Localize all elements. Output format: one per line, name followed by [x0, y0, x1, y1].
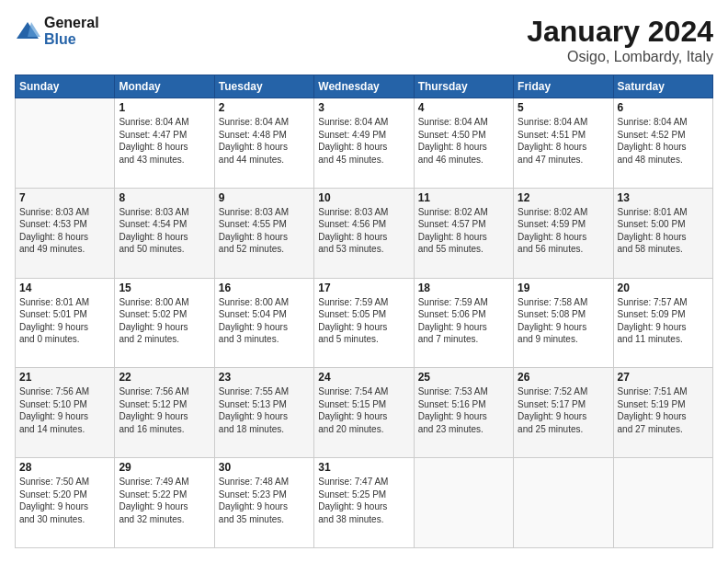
day-info: Sunrise: 7:58 AMSunset: 5:08 PMDaylight:… — [518, 296, 609, 346]
day-info: Sunrise: 8:04 AMSunset: 4:48 PMDaylight:… — [219, 116, 310, 166]
col-header-tuesday: Tuesday — [214, 75, 313, 98]
day-info: Sunrise: 8:03 AMSunset: 4:55 PMDaylight:… — [219, 206, 310, 256]
calendar-cell: 5Sunrise: 8:04 AMSunset: 4:51 PMDaylight… — [514, 98, 613, 189]
calendar-header-row: SundayMondayTuesdayWednesdayThursdayFrid… — [16, 75, 713, 98]
calendar-cell: 4Sunrise: 8:04 AMSunset: 4:50 PMDaylight… — [414, 98, 513, 189]
day-number: 27 — [618, 371, 709, 384]
day-info: Sunrise: 7:59 AMSunset: 5:06 PMDaylight:… — [418, 296, 509, 346]
calendar-cell — [16, 98, 115, 189]
title-block: January 2024 Osigo, Lombardy, Italy — [527, 15, 713, 65]
day-info: Sunrise: 8:02 AMSunset: 4:59 PMDaylight:… — [518, 206, 609, 256]
page: General Blue January 2024 Osigo, Lombard… — [0, 0, 728, 563]
day-info: Sunrise: 7:57 AMSunset: 5:09 PMDaylight:… — [618, 296, 709, 346]
day-number: 19 — [518, 282, 609, 294]
calendar-cell: 20Sunrise: 7:57 AMSunset: 5:09 PMDayligh… — [613, 278, 712, 368]
day-number: 18 — [418, 282, 509, 294]
calendar-cell: 6Sunrise: 8:04 AMSunset: 4:52 PMDaylight… — [613, 98, 712, 189]
calendar-week-row: 7Sunrise: 8:03 AMSunset: 4:53 PMDaylight… — [16, 188, 713, 278]
day-number: 22 — [119, 371, 210, 384]
day-number: 13 — [618, 191, 709, 204]
day-number: 14 — [19, 282, 110, 294]
day-info: Sunrise: 8:03 AMSunset: 4:54 PMDaylight:… — [119, 206, 210, 256]
calendar-cell: 9Sunrise: 8:03 AMSunset: 4:55 PMDaylight… — [214, 188, 313, 278]
sub-title: Osigo, Lombardy, Italy — [527, 49, 713, 65]
calendar-cell: 24Sunrise: 7:54 AMSunset: 5:15 PMDayligh… — [314, 368, 414, 458]
col-header-sunday: Sunday — [16, 75, 115, 98]
calendar-cell: 21Sunrise: 7:56 AMSunset: 5:10 PMDayligh… — [16, 368, 115, 458]
svg-marker-1 — [28, 22, 40, 37]
day-number: 17 — [318, 282, 409, 294]
calendar-week-row: 28Sunrise: 7:50 AMSunset: 5:20 PMDayligh… — [16, 458, 713, 548]
calendar-cell: 13Sunrise: 8:01 AMSunset: 5:00 PMDayligh… — [613, 188, 712, 278]
calendar-cell: 12Sunrise: 8:02 AMSunset: 4:59 PMDayligh… — [514, 188, 613, 278]
calendar-cell: 29Sunrise: 7:49 AMSunset: 5:22 PMDayligh… — [115, 458, 214, 548]
day-number: 3 — [318, 101, 409, 114]
day-number: 4 — [418, 101, 509, 114]
day-number: 7 — [19, 191, 110, 204]
day-info: Sunrise: 7:49 AMSunset: 5:22 PMDaylight:… — [119, 476, 210, 525]
col-header-wednesday: Wednesday — [314, 75, 414, 98]
calendar-cell: 25Sunrise: 7:53 AMSunset: 5:16 PMDayligh… — [414, 368, 513, 458]
day-number: 24 — [318, 371, 409, 384]
day-info: Sunrise: 8:04 AMSunset: 4:47 PMDaylight:… — [119, 116, 210, 166]
day-number: 8 — [119, 191, 210, 204]
col-header-monday: Monday — [115, 75, 214, 98]
calendar-cell: 17Sunrise: 7:59 AMSunset: 5:05 PMDayligh… — [314, 278, 414, 368]
day-info: Sunrise: 8:04 AMSunset: 4:51 PMDaylight:… — [518, 116, 609, 166]
day-number: 30 — [219, 461, 310, 474]
calendar-cell: 15Sunrise: 8:00 AMSunset: 5:02 PMDayligh… — [115, 278, 214, 368]
day-info: Sunrise: 7:52 AMSunset: 5:17 PMDaylight:… — [518, 385, 609, 435]
day-info: Sunrise: 8:01 AMSunset: 5:01 PMDaylight:… — [19, 296, 110, 346]
calendar-table: SundayMondayTuesdayWednesdayThursdayFrid… — [15, 75, 713, 548]
calendar-cell: 22Sunrise: 7:56 AMSunset: 5:12 PMDayligh… — [115, 368, 214, 458]
day-number: 23 — [219, 371, 310, 384]
calendar-week-row: 1Sunrise: 8:04 AMSunset: 4:47 PMDaylight… — [16, 98, 713, 189]
calendar-cell: 8Sunrise: 8:03 AMSunset: 4:54 PMDaylight… — [115, 188, 214, 278]
calendar-week-row: 21Sunrise: 7:56 AMSunset: 5:10 PMDayligh… — [16, 368, 713, 458]
day-info: Sunrise: 7:56 AMSunset: 5:12 PMDaylight:… — [119, 385, 210, 435]
header: General Blue January 2024 Osigo, Lombard… — [15, 15, 713, 65]
day-info: Sunrise: 7:50 AMSunset: 5:20 PMDaylight:… — [19, 476, 110, 525]
day-number: 5 — [518, 101, 609, 114]
calendar-cell: 3Sunrise: 8:04 AMSunset: 4:49 PMDaylight… — [314, 98, 414, 189]
calendar-cell: 1Sunrise: 8:04 AMSunset: 4:47 PMDaylight… — [115, 98, 214, 189]
day-number: 16 — [219, 282, 310, 294]
day-info: Sunrise: 8:03 AMSunset: 4:56 PMDaylight:… — [318, 206, 409, 256]
calendar-cell: 26Sunrise: 7:52 AMSunset: 5:17 PMDayligh… — [514, 368, 613, 458]
day-number: 2 — [219, 101, 310, 114]
day-number: 28 — [19, 461, 110, 474]
calendar-cell: 30Sunrise: 7:48 AMSunset: 5:23 PMDayligh… — [214, 458, 313, 548]
main-title: January 2024 — [527, 15, 713, 49]
day-info: Sunrise: 7:56 AMSunset: 5:10 PMDaylight:… — [19, 385, 110, 435]
logo-icon — [15, 20, 40, 42]
day-info: Sunrise: 8:00 AMSunset: 5:04 PMDaylight:… — [219, 296, 310, 346]
calendar-cell: 16Sunrise: 8:00 AMSunset: 5:04 PMDayligh… — [214, 278, 313, 368]
day-info: Sunrise: 7:55 AMSunset: 5:13 PMDaylight:… — [219, 385, 310, 435]
day-info: Sunrise: 7:53 AMSunset: 5:16 PMDaylight:… — [418, 385, 509, 435]
calendar-cell: 10Sunrise: 8:03 AMSunset: 4:56 PMDayligh… — [314, 188, 414, 278]
day-number: 26 — [518, 371, 609, 384]
calendar-cell: 31Sunrise: 7:47 AMSunset: 5:25 PMDayligh… — [314, 458, 414, 548]
day-info: Sunrise: 7:54 AMSunset: 5:15 PMDaylight:… — [318, 385, 409, 435]
calendar-cell: 2Sunrise: 8:04 AMSunset: 4:48 PMDaylight… — [214, 98, 313, 189]
calendar-cell — [613, 458, 712, 548]
day-info: Sunrise: 8:01 AMSunset: 5:00 PMDaylight:… — [618, 206, 709, 256]
calendar-cell: 23Sunrise: 7:55 AMSunset: 5:13 PMDayligh… — [214, 368, 313, 458]
day-number: 25 — [418, 371, 509, 384]
calendar-cell: 7Sunrise: 8:03 AMSunset: 4:53 PMDaylight… — [16, 188, 115, 278]
day-info: Sunrise: 8:03 AMSunset: 4:53 PMDaylight:… — [19, 206, 110, 256]
day-number: 6 — [618, 101, 709, 114]
col-header-saturday: Saturday — [613, 75, 712, 98]
calendar-cell: 18Sunrise: 7:59 AMSunset: 5:06 PMDayligh… — [414, 278, 513, 368]
calendar-cell — [514, 458, 613, 548]
day-number: 20 — [618, 282, 709, 294]
day-number: 11 — [418, 191, 509, 204]
col-header-friday: Friday — [514, 75, 613, 98]
day-info: Sunrise: 8:02 AMSunset: 4:57 PMDaylight:… — [418, 206, 509, 256]
calendar-cell: 28Sunrise: 7:50 AMSunset: 5:20 PMDayligh… — [16, 458, 115, 548]
day-number: 1 — [119, 101, 210, 114]
day-info: Sunrise: 7:51 AMSunset: 5:19 PMDaylight:… — [618, 385, 709, 435]
logo-blue: Blue — [44, 31, 99, 48]
day-info: Sunrise: 7:47 AMSunset: 5:25 PMDaylight:… — [318, 476, 409, 525]
day-info: Sunrise: 7:59 AMSunset: 5:05 PMDaylight:… — [318, 296, 409, 346]
